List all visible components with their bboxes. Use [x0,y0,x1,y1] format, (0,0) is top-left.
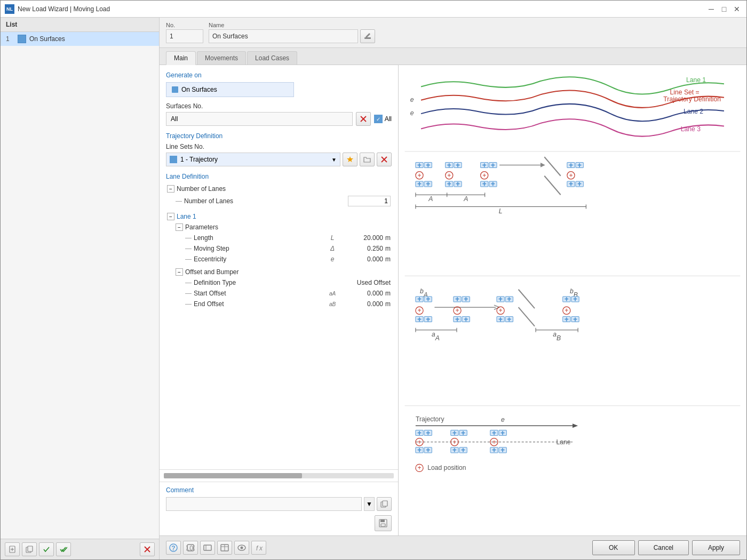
number-of-lanes-input[interactable] [348,196,391,206]
trajectory-star-btn[interactable] [343,153,357,166]
svg-text:+: + [574,316,577,323]
svg-text:+: + [492,446,496,454]
surfaces-clear-btn[interactable] [356,112,371,126]
svg-text:+: + [456,162,459,169]
eccentricity-unit: m [385,255,391,263]
end-offset-row: — End Offset aB 0.000 m [166,299,392,309]
svg-text:0,00: 0,00 [186,545,195,552]
form-panel: Generate on On Surfaces Surfaces No. [160,65,399,535]
right-panel: No. Name Main Movements Load C [160,18,746,559]
table-button[interactable] [217,541,232,555]
moving-step-value: 0.250 [340,245,383,252]
eccentricity-symbol: e [324,255,340,263]
svg-text:aA: aA [432,331,440,342]
svg-marker-11 [347,156,353,162]
trajectory-section: Trajectory Definition Line Sets No. 1 - … [166,132,392,166]
maximize-button[interactable]: □ [719,4,729,14]
svg-text:Load position: Load position [427,464,466,471]
surface-button[interactable] [200,541,215,555]
svg-text:+: + [492,438,496,446]
end-offset-symbol: aB [324,301,340,307]
check2-icon-btn[interactable] [56,542,71,556]
surfaces-row: Surfaces No. ✓ All [166,102,392,126]
expand-number-of-lanes[interactable]: − [167,185,174,193]
svg-text:A: A [463,195,468,203]
list-item-icon [18,35,26,43]
eccentricity-label: Eccentricity [194,255,324,263]
trajectory-clear-btn[interactable] [377,153,392,166]
surfaces-input[interactable] [166,112,353,126]
diagram-row-1: + + + + + + [416,157,586,214]
apply-button[interactable]: Apply [692,540,740,555]
svg-text:+: + [492,429,496,437]
list-item[interactable]: 1 On Surfaces [1,32,159,46]
svg-text:Lane: Lane [557,438,571,446]
svg-text:+: + [464,316,468,323]
name-input[interactable] [209,29,358,43]
start-offset-value: 0.000 [340,290,383,297]
help-button[interactable]: ? [166,541,181,555]
no-input[interactable] [166,29,203,43]
line-sets-select[interactable]: 1 - Trajectory ▼ [166,153,340,166]
expand-parameters[interactable]: − [176,223,183,231]
add-icon-btn[interactable] [5,542,20,556]
tab-movements[interactable]: Movements [197,51,246,65]
svg-text:+: + [447,162,451,169]
check-icon-btn[interactable] [39,542,54,556]
svg-text:+: + [455,295,459,303]
comment-copy-btn[interactable] [377,497,392,511]
svg-text:+: + [578,180,582,188]
comment-input[interactable] [166,497,362,511]
length-symbol: L [324,234,340,242]
diagram-svg: Lane 1 Line Set = Trajectory Definition … [404,70,741,530]
comment-arrow[interactable]: ▼ [364,497,375,511]
svg-text:+: + [565,295,568,303]
name-edit-button[interactable] [360,29,375,43]
list-item-label: On Surfaces [29,35,65,43]
scrollbar-thumb[interactable] [164,473,302,478]
lane1-diagram-label: Lane 1 [686,76,706,84]
tree-dash-dt: — [185,279,192,286]
minimize-button[interactable]: ─ [706,4,717,14]
tab-main[interactable]: Main [166,51,196,65]
svg-text:e: e [501,416,505,423]
zero-button[interactable]: 0,00 [183,541,198,555]
start-offset-symbol: aA [324,291,340,297]
svg-rect-7 [364,37,371,39]
svg-text:+: + [565,307,568,314]
generate-row: On Surfaces [166,82,392,97]
svg-text:+: + [447,180,451,188]
eye-button[interactable] [234,541,249,555]
all-checkbox[interactable]: ✓ All [374,115,392,123]
no-label: No. [166,22,203,28]
svg-line-35 [544,157,560,175]
scrollbar-track[interactable] [164,473,394,478]
expand-offset-bumper[interactable]: − [176,268,183,276]
cancel-button[interactable]: Cancel [638,540,689,555]
moving-step-unit: m [385,245,391,252]
comment-save-btn[interactable] [375,515,392,531]
trajectory-folder-btn[interactable] [360,153,375,166]
expand-lane1[interactable]: − [167,213,174,220]
length-row: — Length L 20.000 m [166,233,392,243]
svg-text:e: e [410,109,414,117]
function-button[interactable]: fx [251,541,266,555]
close-button[interactable]: ✕ [732,4,742,14]
delete-icon-btn[interactable] [140,542,155,556]
tree-dash-ecc: — [185,255,192,263]
svg-rect-15 [383,501,387,506]
eccentricity-value: 0.000 [340,255,383,263]
svg-text:+: + [499,295,503,303]
ok-button[interactable]: OK [592,540,635,555]
comment-section: Comment ▼ [160,482,398,535]
eccentricity-row: — Eccentricity e 0.000 m [166,254,392,265]
svg-line-131 [519,307,535,326]
bottom-bar: ? 0,00 fx [160,535,746,559]
list-bottom [1,539,159,559]
name-group: Name [209,22,375,43]
copy-icon-btn[interactable] [22,542,37,556]
generate-input[interactable]: On Surfaces [166,82,294,97]
list-header: List [1,18,159,32]
tab-load-cases[interactable]: Load Cases [247,51,297,65]
svg-rect-176 [204,545,211,550]
